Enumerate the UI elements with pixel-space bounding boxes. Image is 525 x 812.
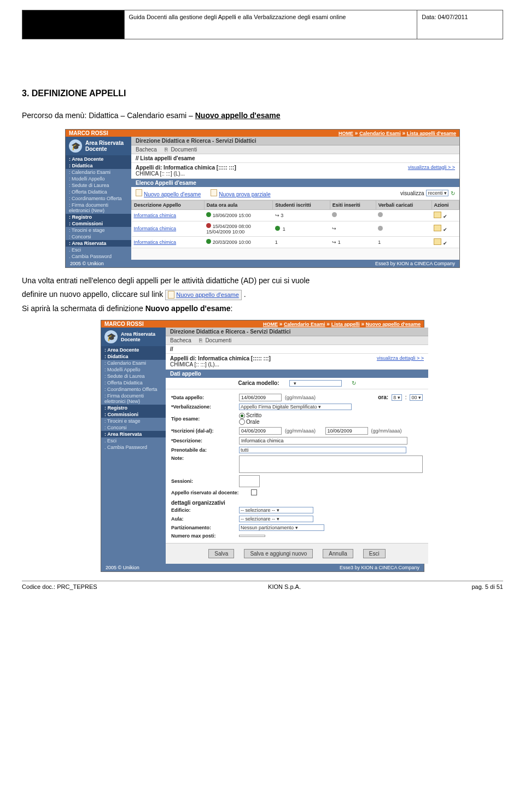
- bc-cal[interactable]: Calendario Esami: [359, 131, 401, 136]
- cat-area-riservata[interactable]: : Area Riservata: [66, 240, 131, 247]
- folder-icon: [434, 225, 441, 231]
- salva-button[interactable]: Salva: [208, 549, 234, 558]
- ora-hour-select[interactable]: 8 ▾: [392, 394, 402, 401]
- sidebar-item[interactable]: : Firma documenti elettronici (New): [101, 393, 166, 405]
- esci-button[interactable]: Esci: [363, 549, 386, 558]
- sidebar-item[interactable]: : Tirocini e stage: [101, 418, 166, 424]
- row-desc[interactable]: Informatica chimica: [132, 209, 205, 221]
- descrizione-input[interactable]: Informatica chimica: [239, 437, 407, 445]
- data-appello-input[interactable]: 14/06/2009: [239, 394, 282, 401]
- bc-lista[interactable]: Lista appelli: [331, 322, 360, 327]
- sidebar-item[interactable]: : Tirocini e stage: [66, 227, 131, 233]
- sidebar-item[interactable]: . Esci: [101, 437, 166, 444]
- check-icon: ✔: [443, 214, 447, 219]
- status-dot-green: [206, 239, 211, 244]
- bc-home[interactable]: HOME: [339, 131, 353, 136]
- verbalizzazione-select[interactable]: Appello Firma Digitale Semplificato ▾: [239, 404, 352, 410]
- nuova-parziale-link[interactable]: Nuova prova parziale: [219, 191, 271, 197]
- sidebar-item[interactable]: : Coordinamento Offerta: [101, 386, 166, 393]
- sidebar-item[interactable]: : Calendario Esami: [66, 169, 131, 176]
- partizionamento-select[interactable]: Nessun partizionamento ▾: [239, 524, 324, 531]
- row-desc[interactable]: Informatica chimica: [132, 221, 205, 236]
- appelli-di-row: Appelli di: Informatica chimica [::::: :…: [131, 163, 459, 179]
- check-icon: ✔: [443, 227, 447, 232]
- note-label: Note:: [171, 455, 236, 461]
- radio-orale[interactable]: [239, 419, 245, 425]
- bc-home[interactable]: HOME: [263, 322, 278, 327]
- edificio-select[interactable]: -- selezionare -- ▾: [239, 507, 313, 513]
- visualizza-dettagli-link[interactable]: visualizza dettagli > >: [408, 165, 455, 177]
- note-textarea[interactable]: [239, 455, 423, 473]
- button-row: Salva Salva e aggiungi nuovo Annulla Esc…: [166, 543, 428, 564]
- radio-orale-label: Orale: [246, 419, 259, 425]
- radio-scritto[interactable]: [239, 413, 245, 419]
- cat-registro[interactable]: : Registro: [101, 405, 166, 411]
- cat-area-docente[interactable]: : Area Docente: [66, 156, 131, 162]
- user-name: MARCO ROSSI: [104, 321, 144, 327]
- cat-area-docente[interactable]: : Area Docente: [101, 347, 166, 353]
- dati-appello-hdr: Dati appello: [166, 370, 428, 378]
- verbalizzazione-label: *Verbalizzazione:: [171, 404, 236, 410]
- tab-bacheca[interactable]: Bacheca: [136, 147, 157, 153]
- iscrizioni-da-input[interactable]: 04/06/2009: [239, 427, 282, 435]
- sidebar-item[interactable]: . Esci: [66, 247, 131, 253]
- sidebar-item[interactable]: : Calendario Esami: [101, 360, 166, 366]
- cat-didattica[interactable]: : Didattica: [66, 162, 131, 169]
- shot-footer: 2005 © Unikion Esse3 by KION a CINECA Co…: [66, 260, 459, 267]
- cat-commissioni[interactable]: : Commissioni: [66, 220, 131, 227]
- sidebar-title: Area Riservata Docente: [121, 331, 155, 342]
- sidebar-item[interactable]: : Offerta Didattica: [66, 189, 131, 195]
- ora-min-select[interactable]: 00 ▾: [410, 394, 423, 401]
- orange-bar: MARCO ROSSI HOME » Calendario Esami » Li…: [66, 130, 459, 137]
- tab-bacheca[interactable]: Bacheca: [170, 337, 191, 343]
- sessioni-input[interactable]: [239, 475, 260, 487]
- annulla-button[interactable]: Annulla: [323, 549, 353, 558]
- doc-header: Guida Docenti alla gestione degli Appell…: [22, 10, 503, 39]
- inline-link-label: Nuovo appello d'esame: [176, 291, 239, 299]
- section-heading: 3. DEFINIZIONE APPELLI: [22, 89, 503, 98]
- sidebar-item[interactable]: : Sedute di Laurea: [66, 182, 131, 189]
- sidebar-item[interactable]: . Cambia Password: [101, 444, 166, 451]
- riservato-checkbox[interactable]: [251, 489, 257, 495]
- visualizza-dettagli-link[interactable]: visualizza dettagli > >: [377, 355, 424, 367]
- row-azioni[interactable]: ✔: [431, 236, 459, 248]
- prenotabile-select[interactable]: tutti: [239, 447, 406, 453]
- sidebar-item[interactable]: . Cambia Password: [66, 253, 131, 260]
- numero-max-label: Numero max posti:: [171, 533, 236, 539]
- visualizza-select[interactable]: recenti ▾: [426, 190, 448, 196]
- appelli-di: Appelli di: Informatica chimica [::::: :…: [136, 165, 236, 171]
- bc-cal[interactable]: Calendario Esami: [284, 322, 325, 327]
- partizionamento-label: Partizionamento:: [171, 525, 236, 530]
- sidebar-item[interactable]: : Offerta Didattica: [101, 379, 166, 386]
- aula-select[interactable]: -- selezionare -- ▾: [239, 516, 313, 522]
- ora-label: ora:: [378, 394, 388, 400]
- sidebar-item[interactable]: : Sedute di Laurea: [101, 373, 166, 379]
- row-desc[interactable]: Informatica chimica: [132, 236, 205, 248]
- row-stud: 1: [273, 236, 330, 248]
- row-azioni[interactable]: ✔: [431, 209, 459, 221]
- refresh-icon[interactable]: ↻: [451, 190, 455, 196]
- screenshot-lista-appelli: MARCO ROSSI HOME » Calendario Esami » Li…: [65, 129, 460, 268]
- tab-documenti[interactable]: Documenti: [205, 337, 231, 343]
- cat-commissioni[interactable]: : Commissioni: [101, 411, 166, 418]
- cat-didattica[interactable]: : Didattica: [101, 353, 166, 360]
- sidebar-item[interactable]: : Concorsi: [66, 233, 131, 240]
- inline-link-nuovo-appello[interactable]: Nuovo appello d'esame: [165, 290, 242, 300]
- cat-area-riservata[interactable]: : Area Riservata: [101, 431, 166, 437]
- sidebar-item[interactable]: : Concorsi: [101, 424, 166, 431]
- salva-aggiungi-button[interactable]: Salva e aggiungi nuovo: [244, 549, 313, 558]
- sidebar-item[interactable]: : Coordinamento Offerta: [66, 195, 131, 202]
- nuovo-appello-link[interactable]: Nuovo appello d'esame: [144, 191, 201, 197]
- carica-modello-select[interactable]: ▾: [289, 380, 342, 387]
- new-icon: [211, 189, 217, 196]
- sidebar-item[interactable]: : Firma documenti elettronici (New): [66, 202, 131, 214]
- cat-registro[interactable]: : Registro: [66, 214, 131, 220]
- sidebar-item[interactable]: : Modelli Appello: [101, 366, 166, 373]
- col-azioni: Azioni: [431, 200, 459, 209]
- tab-documenti[interactable]: Documenti: [171, 147, 197, 153]
- numero-max-input[interactable]: [239, 535, 265, 537]
- iscrizioni-a-input[interactable]: 10/06/2009: [325, 427, 368, 435]
- sidebar-item[interactable]: : Modelli Appello: [66, 176, 131, 182]
- row-azioni[interactable]: ✔: [431, 221, 459, 236]
- refresh-icon[interactable]: ↻: [352, 380, 356, 386]
